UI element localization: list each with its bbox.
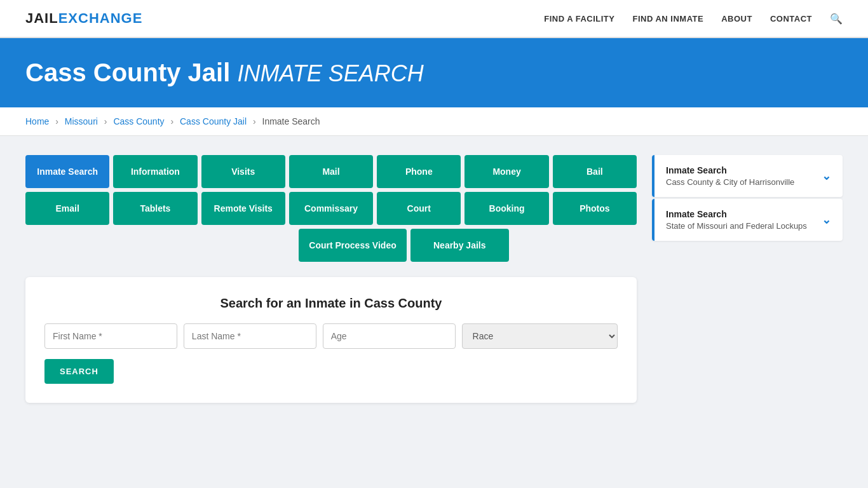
breadcrumb-cass-county-jail[interactable]: Cass County Jail xyxy=(180,116,247,126)
breadcrumb-cass-county[interactable]: Cass County xyxy=(113,116,164,126)
sidebar-card-1-title: Inmate Search Cass County & City of Harr… xyxy=(666,165,794,187)
navbar: JAILEXCHANGE FIND A FACILITY FIND AN INM… xyxy=(0,0,868,38)
search-title: Search for an Inmate in Cass County xyxy=(44,296,618,311)
tab-booking[interactable]: Booking xyxy=(465,192,548,225)
page-title-main: Cass County Jail xyxy=(25,58,230,86)
tab-nearby-jails[interactable]: Nearby Jails xyxy=(410,229,509,262)
search-button[interactable]: SEARCH xyxy=(44,359,114,384)
tabs-row-1: Inmate Search Information Visits Mail Ph… xyxy=(25,155,637,188)
sidebar-card-2: Inmate Search State of Missouri and Fede… xyxy=(652,199,843,241)
breadcrumb-sep-4: › xyxy=(253,116,256,126)
breadcrumb-sep-2: › xyxy=(104,116,107,126)
sidebar-card-1-header[interactable]: Inmate Search Cass County & City of Harr… xyxy=(652,155,843,197)
page-title-italic: INMATE SEARCH xyxy=(237,60,423,86)
tab-court[interactable]: Court xyxy=(377,192,461,225)
search-fields: Race White Black Hispanic Asian Other xyxy=(44,323,618,349)
tab-email[interactable]: Email xyxy=(25,192,109,225)
tab-court-process-video[interactable]: Court Process Video xyxy=(299,229,406,262)
tab-visits[interactable]: Visits xyxy=(201,155,285,188)
search-box: Search for an Inmate in Cass County Race… xyxy=(25,277,637,403)
tab-inmate-search[interactable]: Inmate Search xyxy=(25,155,109,188)
chevron-down-icon-2: ⌄ xyxy=(822,213,831,227)
tab-phone[interactable]: Phone xyxy=(377,155,461,188)
nav-search-icon[interactable]: 🔍 xyxy=(830,13,843,25)
breadcrumb: Home › Missouri › Cass County › Cass Cou… xyxy=(0,107,868,136)
tab-commissary[interactable]: Commissary xyxy=(289,192,373,225)
logo-part2: EXCHANGE xyxy=(58,10,143,26)
breadcrumb-home[interactable]: Home xyxy=(25,116,49,126)
sidebar-card-1-sub-title: Cass County & City of Harrisonville xyxy=(666,177,794,187)
breadcrumb-current: Inmate Search xyxy=(262,116,320,126)
hero-banner: Cass County Jail INMATE SEARCH xyxy=(0,38,868,107)
breadcrumb-sep-1: › xyxy=(55,116,58,126)
sidebar-card-2-header[interactable]: Inmate Search State of Missouri and Fede… xyxy=(652,199,843,241)
breadcrumb-sep-3: › xyxy=(170,116,173,126)
nav-find-inmate[interactable]: FIND AN INMATE xyxy=(632,13,703,24)
right-sidebar: Inmate Search Cass County & City of Harr… xyxy=(652,155,843,403)
logo: JAILEXCHANGE xyxy=(25,10,142,27)
main-content: Inmate Search Information Visits Mail Ph… xyxy=(0,136,868,422)
logo-part1: JAIL xyxy=(25,10,58,26)
tab-mail[interactable]: Mail xyxy=(289,155,373,188)
sidebar-card-1-main-title: Inmate Search xyxy=(666,165,794,175)
sidebar-card-2-title: Inmate Search State of Missouri and Fede… xyxy=(666,209,807,231)
nav-about[interactable]: ABOUT xyxy=(721,13,752,24)
chevron-down-icon-1: ⌄ xyxy=(822,169,831,183)
sidebar-card-1: Inmate Search Cass County & City of Harr… xyxy=(652,155,843,197)
nav-links: FIND A FACILITY FIND AN INMATE ABOUT CON… xyxy=(544,13,843,25)
sidebar-card-2-main-title: Inmate Search xyxy=(666,209,807,219)
tab-tablets[interactable]: Tablets xyxy=(113,192,197,225)
race-select[interactable]: Race White Black Hispanic Asian Other xyxy=(462,323,618,349)
tab-photos[interactable]: Photos xyxy=(553,192,637,225)
breadcrumb-missouri[interactable]: Missouri xyxy=(65,116,98,126)
tab-money[interactable]: Money xyxy=(465,155,548,188)
tabs-row-3: Court Process Video Nearby Jails xyxy=(25,229,637,262)
tab-remote-visits[interactable]: Remote Visits xyxy=(201,192,285,225)
sidebar-card-2-sub-title: State of Missouri and Federal Lockups xyxy=(666,221,807,231)
first-name-input[interactable] xyxy=(44,323,177,349)
tabs-row-2: Email Tablets Remote Visits Commissary C… xyxy=(25,192,637,225)
tab-bail[interactable]: Bail xyxy=(553,155,637,188)
nav-contact[interactable]: CONTACT xyxy=(770,13,812,24)
left-column: Inmate Search Information Visits Mail Ph… xyxy=(25,155,637,403)
page-title: Cass County Jail INMATE SEARCH xyxy=(25,58,843,87)
nav-find-facility[interactable]: FIND A FACILITY xyxy=(544,13,614,24)
age-input[interactable] xyxy=(323,323,456,349)
tab-information[interactable]: Information xyxy=(113,155,197,188)
last-name-input[interactable] xyxy=(184,323,316,349)
